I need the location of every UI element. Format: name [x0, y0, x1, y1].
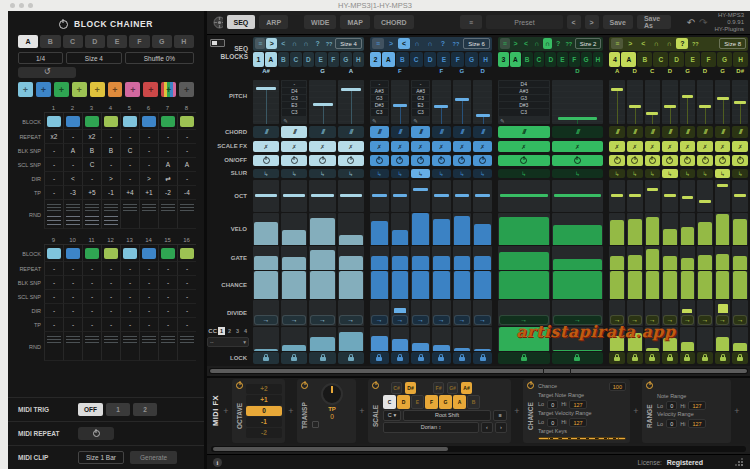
oct-step[interactable] — [391, 180, 410, 212]
lock-step[interactable] — [281, 352, 307, 364]
scalefx-step[interactable]: ✗ — [432, 141, 451, 152]
onoff-step[interactable] — [432, 155, 451, 166]
cc-bar[interactable] — [646, 348, 660, 350]
divide-arrow-icon[interactable]: → — [454, 315, 471, 325]
letter-D[interactable]: D — [303, 52, 315, 67]
info-icon[interactable]: i — [213, 458, 222, 467]
octave-value-+2[interactable]: +2 — [246, 384, 282, 394]
chance-bar[interactable] — [628, 271, 642, 299]
gate-bar[interactable] — [310, 250, 334, 269]
root-shift-button[interactable]: Root Shift — [403, 410, 491, 421]
letter-A[interactable]: A — [621, 52, 636, 67]
oct-step[interactable] — [662, 180, 678, 212]
onoff-step[interactable] — [453, 155, 472, 166]
palette-block-1[interactable]: + — [18, 82, 33, 97]
velo-bar-step[interactable] — [411, 213, 430, 245]
midi-repeat-power-button[interactable] — [78, 427, 114, 440]
chord-step[interactable]: /// — [432, 126, 451, 138]
slur-step[interactable]: ↳ — [552, 169, 604, 178]
chance-bar-step[interactable] — [309, 271, 335, 299]
pitch-step[interactable] — [715, 80, 731, 124]
gate-bar-step[interactable] — [498, 246, 550, 270]
letter-G[interactable]: G — [340, 52, 352, 67]
add-fx-icon[interactable]: + — [287, 406, 295, 416]
scalefx-step[interactable]: ✗ — [552, 141, 604, 152]
tab-arp[interactable]: ARP — [259, 15, 288, 29]
vel-lo-value[interactable]: 0 — [666, 419, 677, 428]
velo-bar-step[interactable] — [627, 213, 643, 245]
vel-hi-value[interactable]: 127 — [569, 418, 586, 427]
pitch-slider[interactable] — [682, 95, 694, 98]
velo-bar[interactable] — [454, 216, 471, 245]
power-icon[interactable] — [527, 382, 534, 389]
oct-slider[interactable] — [500, 194, 548, 197]
gate-bar-step[interactable] — [309, 246, 335, 270]
oct-step[interactable] — [552, 180, 604, 212]
block-step[interactable] — [120, 245, 139, 262]
letter-C[interactable]: C — [410, 52, 423, 67]
pitch-slider[interactable] — [699, 105, 711, 108]
velo-bar-step[interactable] — [281, 213, 307, 245]
edit-icon[interactable]: ✎ — [500, 118, 505, 124]
dir-step[interactable]: - — [177, 304, 196, 318]
gate-bar[interactable] — [371, 256, 388, 269]
onoff-step[interactable] — [338, 155, 364, 166]
prev-icon[interactable]: < — [637, 38, 649, 49]
pitch-step[interactable] — [662, 80, 678, 124]
chord-step[interactable]: /// — [680, 126, 696, 138]
size-button[interactable]: Size 8 — [719, 38, 746, 49]
chord-step[interactable]: /// — [662, 126, 678, 138]
palette-block-9[interactable]: + — [161, 82, 176, 97]
chance-bar[interactable] — [499, 271, 549, 299]
tp-step[interactable]: - — [82, 318, 101, 332]
divide-step[interactable]: → — [453, 300, 472, 326]
scl_snp-step[interactable]: - — [44, 290, 63, 304]
pitch-slider[interactable] — [558, 117, 597, 120]
oct-slider[interactable] — [554, 194, 602, 197]
pitch-step[interactable] — [338, 80, 364, 124]
block-step[interactable] — [177, 113, 196, 130]
scalefx-step[interactable]: ✗ — [697, 141, 713, 152]
velo-bar[interactable] — [371, 221, 388, 245]
slur-step[interactable]: ↳ — [645, 169, 661, 178]
close-window-icon[interactable] — [10, 3, 15, 8]
letter-A[interactable]: A — [510, 52, 521, 67]
rnd-step[interactable] — [82, 332, 101, 361]
oct-step[interactable] — [473, 180, 492, 212]
gate-bar[interactable] — [716, 254, 730, 270]
divide-step[interactable]: → — [253, 300, 279, 326]
size-button[interactable]: Size 2 — [575, 38, 602, 49]
oct-slider[interactable] — [393, 194, 408, 197]
onoff-step[interactable] — [645, 155, 661, 166]
tp-step[interactable]: - — [63, 318, 82, 332]
cc-bar-step[interactable] — [715, 327, 731, 351]
tp-step[interactable]: +1 — [139, 186, 158, 200]
oct-slider[interactable] — [647, 188, 659, 191]
lock-step[interactable] — [338, 352, 364, 364]
oct-step[interactable] — [432, 180, 451, 212]
velo-bar-step[interactable] — [552, 213, 604, 245]
onoff-step[interactable] — [697, 155, 713, 166]
velo-bar-step[interactable] — [732, 213, 748, 245]
oct-slider[interactable] — [664, 194, 676, 197]
dir-step[interactable]: < — [63, 172, 82, 186]
chainer-tab-A[interactable]: A — [18, 35, 38, 48]
tp-step[interactable]: - — [177, 318, 196, 332]
chord-step[interactable]: /// — [453, 126, 472, 138]
octave-value-+1[interactable]: +1 — [246, 395, 282, 405]
scale-name-select[interactable]: Dorian ↕ — [383, 422, 479, 433]
chance-bar-step[interactable] — [473, 271, 492, 299]
cc-bar[interactable] — [433, 345, 450, 350]
velo-bar[interactable] — [474, 224, 491, 245]
rnd-step[interactable] — [158, 200, 177, 229]
blk_snp-step[interactable]: - — [44, 276, 63, 290]
slur-step[interactable]: ↳ — [715, 169, 731, 178]
chainer-tab-E[interactable]: E — [107, 35, 127, 48]
scl_snp-step[interactable]: - — [120, 158, 139, 172]
divide-arrow-icon[interactable]: → — [698, 315, 712, 325]
size-button[interactable]: Size 6 — [463, 38, 490, 49]
chance-bar-step[interactable] — [552, 271, 604, 299]
add-fx-icon[interactable]: + — [358, 406, 366, 416]
chord-step[interactable]: /// — [697, 126, 713, 138]
oct-step[interactable] — [732, 180, 748, 212]
